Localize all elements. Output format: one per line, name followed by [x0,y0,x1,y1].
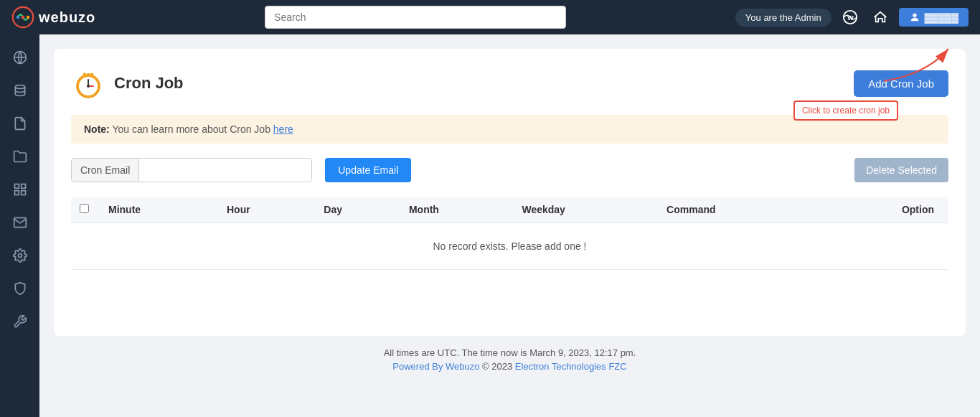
update-email-button[interactable]: Update Email [325,158,411,182]
user-button[interactable]: ▓▓▓▓▓ [899,8,969,27]
delete-selected-button[interactable]: Delete Selected [854,158,948,182]
svg-point-1 [17,16,19,19]
folder-icon [13,149,27,164]
footer-time: All times are UTC. The time now is March… [65,347,954,358]
svg-point-2 [22,16,24,19]
cron-table: Minute Hour Day Month Weekday Command Op… [71,197,948,270]
admin-badge: You are the Admin [735,9,831,27]
home-icon-btn[interactable] [869,6,892,29]
home-icon [872,9,888,25]
powered-by-link[interactable]: Powered By Webuzo [392,361,479,372]
svg-rect-19 [87,73,90,75]
svg-rect-9 [14,184,19,189]
select-all-checkbox[interactable] [80,204,89,213]
wrench-icon [13,314,27,329]
shield-icon [13,281,27,296]
footer-credits: Powered By Webuzo © 2023 Electron Techno… [65,361,954,372]
user-icon [909,11,920,23]
sidebar-item-grid[interactable] [6,175,34,204]
table-row-empty: No record exists. Please add one ! [71,223,948,270]
page-title: Cron Job [114,74,184,93]
navbar-right: You are the Admin W ▓▓▓▓▓ [735,6,969,29]
col-command: Command [658,197,816,223]
svg-point-18 [87,85,90,88]
table-header-row: Minute Hour Day Month Weekday Command Op… [71,197,948,223]
search-area [104,6,727,29]
note-prefix: Note: [84,123,110,135]
svg-text:W: W [847,14,854,22]
sidebar-item-email[interactable] [6,208,34,237]
cron-job-icon [71,66,105,100]
svg-point-6 [913,14,916,17]
copyright-text: © 2023 [482,361,515,372]
sidebar-item-shield[interactable] [6,274,34,303]
sidebar [0,34,39,417]
grid-icon [13,182,27,197]
email-left-group: Cron Email [71,158,312,182]
main-layout: Cron Job Click to create cron job [0,34,980,417]
svg-point-3 [27,16,29,19]
gear-icon [13,248,27,263]
sidebar-item-wrench[interactable] [6,307,34,336]
email-input[interactable] [139,159,311,182]
page-title-row: Cron Job [71,66,184,100]
company-link[interactable]: Electron Technologies FZC [515,361,627,372]
add-btn-area: Click to create cron job Add Cron Job [854,70,948,97]
svg-rect-11 [14,191,19,195]
col-day: Day [315,197,400,223]
wordpress-icon-btn[interactable]: W [839,6,862,29]
user-label: ▓▓▓▓▓ [925,12,958,23]
webuzo-logo-icon [11,6,34,29]
sidebar-item-folder[interactable] [6,142,34,171]
note-link[interactable]: here [273,123,293,135]
tooltip-box: Click to create cron job [793,100,898,121]
table-body: No record exists. Please add one ! [71,223,948,270]
svg-rect-10 [21,184,25,189]
email-icon [13,215,27,230]
logo[interactable]: webuzo [11,6,95,29]
database-icon [13,83,27,98]
col-month: Month [400,197,514,223]
svg-point-8 [15,85,24,89]
main-content: Cron Job Click to create cron job [39,34,980,417]
col-checkbox [71,197,100,223]
footer: All times are UTC. The time now is March… [54,336,966,383]
no-record-text: No record exists. Please add one ! [71,223,948,270]
svg-rect-12 [21,191,25,195]
svg-point-20 [83,73,87,77]
email-label: Cron Email [72,159,139,182]
col-weekday: Weekday [513,197,658,223]
svg-point-21 [90,73,94,77]
content-card: Cron Job Click to create cron job [54,49,966,336]
col-minute: Minute [100,197,218,223]
page-header: Cron Job Click to create cron job [71,66,948,100]
wordpress-icon: W [842,9,858,25]
logo-text: webuzo [39,9,95,26]
navbar: webuzo You are the Admin W ▓▓▓▓▓ [0,0,980,34]
sidebar-item-database[interactable] [6,76,34,105]
col-hour: Hour [218,197,315,223]
sidebar-item-settings[interactable] [6,241,34,270]
note-text: You can learn more about Cron Job [112,123,273,135]
sidebar-item-file[interactable] [6,109,34,138]
email-row: Cron Email Update Email Delete Selected [71,158,948,182]
table-header: Minute Hour Day Month Weekday Command Op… [71,197,948,223]
file-icon [13,116,27,131]
globe-icon [13,50,27,65]
search-input[interactable] [265,6,566,29]
email-input-group: Cron Email Update Email [71,158,411,182]
sidebar-item-globe[interactable] [6,43,34,72]
add-cron-job-button[interactable]: Add Cron Job [854,70,948,97]
tooltip-text: Click to create cron job [802,106,890,116]
col-option: Option [816,197,948,223]
svg-point-13 [18,254,22,258]
